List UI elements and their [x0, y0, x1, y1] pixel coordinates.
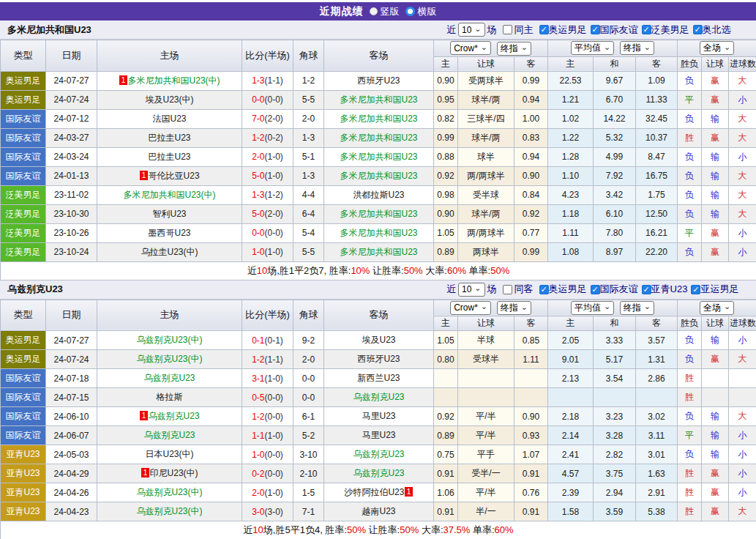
away-team: 马里U23 — [324, 426, 434, 445]
avg-away: 1.31 — [636, 350, 678, 369]
same-venue-label: 同客 — [514, 283, 534, 296]
summary-stat-value: 10 — [252, 524, 263, 535]
table-header-row: 类型 日期 主场 比分(半场) 角球 客场 Crow*⌄ 终指⌄ 平均值⌄ 终指… — [1, 300, 756, 316]
chevron-down-icon: ⌄ — [474, 25, 481, 32]
same-venue-checkbox[interactable] — [503, 25, 512, 34]
league-checkbox[interactable]: ✓ — [591, 285, 600, 294]
avg-away: 11.33 — [636, 90, 678, 109]
home-team: 墨西哥U23 — [97, 223, 242, 242]
result-handicap — [702, 388, 729, 407]
match-type-badge: 奥运男足 — [1, 331, 46, 350]
match-count-select[interactable]: 10⌄ — [458, 23, 485, 37]
corner-score: 1-2 — [293, 71, 324, 90]
corner-score: 6-4 — [293, 204, 324, 223]
match-score: 7-0(2-0) — [242, 109, 293, 128]
league-checkbox[interactable]: ✓ — [693, 25, 703, 34]
summary-stat-value: 10 — [257, 265, 267, 276]
result-goals: 大 — [729, 185, 756, 204]
league-checkbox[interactable]: ✓ — [591, 25, 600, 34]
league-checkbox[interactable]: ✓ — [539, 285, 549, 294]
average-dropdown-group: 平均值⌄ 终指⌄ — [548, 40, 678, 57]
result-handicap: 输 — [702, 166, 729, 185]
match-score: 0-2(0-0) — [242, 464, 293, 483]
average-select[interactable]: 平均值⌄ — [571, 41, 614, 55]
odds-final-select[interactable]: 终指⌄ — [497, 42, 531, 56]
team-name: 埃及U23(中) — [145, 94, 193, 105]
chevron-down-icon: ⌄ — [644, 302, 651, 310]
scope-select[interactable]: 全场⌄ — [700, 301, 734, 315]
home-team: 巴拉圭U23 — [97, 147, 242, 166]
odds-source-select[interactable]: Crow*⌄ — [450, 301, 491, 315]
average-final-select[interactable]: 终指⌄ — [620, 41, 654, 55]
subcol-handicap: 让球 — [458, 316, 514, 331]
col-header-away: 客场 — [324, 300, 434, 331]
team-name: 多米尼加共和国U23 — [340, 171, 417, 181]
odds-away — [514, 388, 548, 407]
team-name: 法国U23 — [152, 114, 186, 124]
league-checkbox[interactable]: ✓ — [691, 285, 700, 294]
average-final-select[interactable]: 终指⌄ — [620, 301, 654, 315]
result-outcome: 负 — [678, 109, 702, 128]
view-mode-horizontal[interactable]: 横版 — [405, 5, 437, 18]
league-checkbox[interactable]: ✓ — [539, 25, 549, 34]
odds-handicap: 平手 — [458, 445, 514, 464]
odds-handicap: 受半球 — [458, 185, 514, 204]
result-outcome: 负 — [678, 445, 702, 464]
page-header: 近期战绩 竖版 横版 — [0, 2, 756, 21]
summary-text: 单率: — [470, 524, 494, 535]
results-tbody: 奥运男足24-07-271多米尼加共和国U23(中)1-3(1-1)1-2西班牙… — [1, 71, 756, 261]
league-label: 亚运男足 — [700, 283, 738, 296]
subcol-avg-away: 客 — [636, 56, 678, 71]
subcol-odds-home: 主 — [434, 56, 458, 71]
scope-select[interactable]: 全场⌄ — [700, 41, 734, 55]
chevron-down-icon: ⌄ — [644, 43, 651, 51]
odds-final-select[interactable]: 终指⌄ — [497, 301, 531, 315]
radio-unchecked-icon[interactable] — [370, 7, 378, 15]
home-team: 1印尼U23(中) — [97, 464, 242, 483]
col-header-date: 日期 — [46, 40, 97, 72]
result-goals: 大 — [729, 204, 756, 223]
avg-away: 3.11 — [636, 426, 678, 445]
avg-draw: 5.17 — [594, 350, 636, 369]
odds-home: 0.90 — [434, 204, 458, 223]
odds-source-select[interactable]: Crow*⌄ — [450, 41, 491, 55]
odds-final-value: 终指 — [501, 42, 518, 55]
avg-away: 8.47 — [636, 147, 678, 166]
view-mode-vertical[interactable]: 竖版 — [370, 5, 400, 18]
match-type-badge: 泛美男足 — [1, 242, 46, 261]
same-venue-checkbox[interactable] — [503, 285, 512, 294]
league-checkbox[interactable]: ✓ — [642, 25, 651, 34]
avg-away: 12.50 — [636, 204, 678, 223]
average-select[interactable]: 平均值⌄ — [571, 301, 614, 315]
summary-row: 近10场,胜5平1负4, 胜率:50% 让胜率:50% 大率:37.5% 单率:… — [1, 521, 756, 539]
league-checkbox[interactable]: ✓ — [642, 285, 651, 294]
avg-home: 9.01 — [548, 350, 594, 369]
filter-matches-label: 场 — [487, 283, 497, 296]
section-summary: 近10场,胜5平1负4, 胜率:50% 让胜率:50% 大率:37.5% 单率:… — [1, 521, 756, 539]
chevron-down-icon: ⌄ — [474, 284, 481, 291]
match-date: 24-07-24 — [46, 350, 97, 369]
odds-away: 1.00 — [514, 109, 548, 128]
halftime-score: (1-0) — [265, 171, 283, 181]
odds-home: 0.95 — [434, 90, 458, 109]
col-header-home: 主场 — [97, 40, 242, 72]
avg-draw: 3.75 — [594, 464, 636, 483]
radio-checked-icon[interactable] — [405, 7, 415, 16]
chevron-down-icon: ⌄ — [724, 302, 730, 310]
match-type-badge: 国际友谊 — [1, 407, 46, 426]
avg-draw: 7.80 — [594, 223, 636, 242]
match-score: 1-3(1-1) — [242, 71, 293, 90]
avg-home: 4.23 — [548, 185, 594, 204]
match-score: 0-1(0-1) — [242, 331, 293, 350]
halftime-score: (1-2) — [265, 190, 283, 200]
odds-away: 0.84 — [514, 185, 548, 204]
match-date: 24-07-24 — [46, 90, 97, 109]
result-outcome: 负 — [678, 147, 702, 166]
odds-away: 0.92 — [514, 204, 548, 223]
avg-away: 2.86 — [636, 369, 678, 388]
match-count-select[interactable]: 10⌄ — [458, 283, 485, 297]
odds-home: 0.91 — [434, 502, 458, 521]
table-row: 奥运男足24-07-271多米尼加共和国U23(中)1-3(1-1)1-2西班牙… — [1, 71, 756, 90]
view-mode-vertical-label: 竖版 — [381, 5, 400, 18]
match-date: 24-07-12 — [46, 109, 97, 128]
